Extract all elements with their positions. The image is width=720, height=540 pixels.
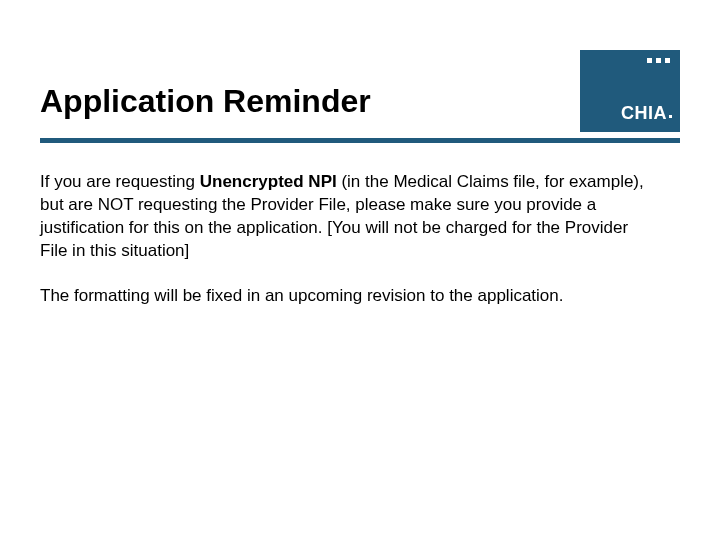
logo-text: CHIA [621,103,672,124]
p1-prefix: If you are requesting [40,172,200,191]
header-divider [40,138,680,143]
page-title: Application Reminder [40,83,371,132]
chia-logo: CHIA [580,50,680,132]
body-paragraph-1: If you are requesting Unencrypted NPI (i… [40,171,660,263]
header-row: Application Reminder CHIA [40,50,680,132]
logo-dots-icon [647,58,670,63]
body-paragraph-2: The formatting will be fixed in an upcom… [40,285,660,308]
slide: Application Reminder CHIA If you are req… [0,0,720,540]
p1-bold: Unencrypted NPI [200,172,337,191]
